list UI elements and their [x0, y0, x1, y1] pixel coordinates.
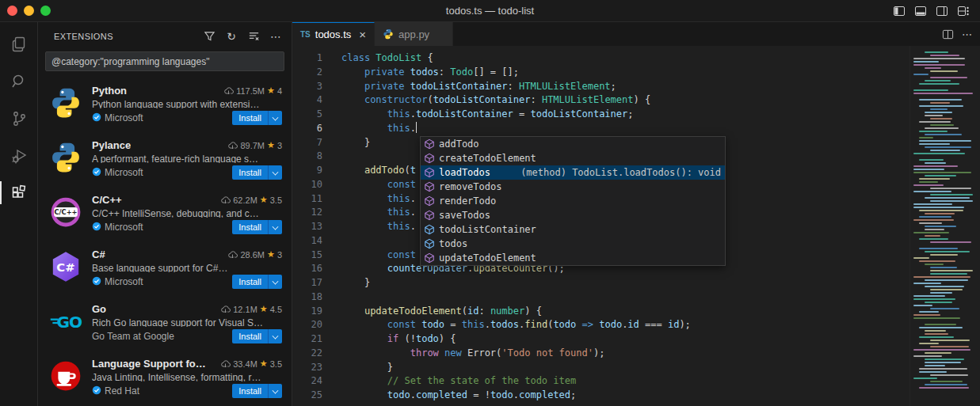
suggest-item-updateTodoElement[interactable]: updateTodoElement — [421, 251, 725, 265]
line-number: 3 — [292, 80, 322, 94]
code-line[interactable]: 19 updateTodoElement(id: number) { — [292, 305, 980, 319]
install-dropdown-button[interactable] — [268, 111, 282, 125]
code-line[interactable]: 6 this. — [292, 122, 980, 136]
toggle-panel-icon[interactable] — [913, 4, 928, 18]
download-count: 12.1M — [233, 305, 257, 314]
customize-layout-icon[interactable] — [956, 4, 970, 18]
extension-list-item[interactable]: C/C++C/C++62.2M★3.5C/C++ IntelliSense, d… — [38, 187, 292, 241]
tab-app-py[interactable]: app.py × — [375, 22, 453, 46]
minimap-line — [913, 191, 951, 192]
code-line[interactable]: 21 if (!todo) { — [292, 332, 980, 347]
code-line[interactable]: 18 — [292, 290, 980, 305]
install-button[interactable]: Install — [232, 275, 268, 289]
close-tab-icon[interactable]: × — [359, 28, 366, 40]
clear-extension-search-icon[interactable] — [246, 28, 261, 44]
star-icon: ★ — [260, 304, 268, 314]
extension-list-item[interactable]: GOGo12.1M★4.5Rich Go language support fo… — [38, 296, 292, 351]
code-line[interactable]: 24 // Set the state of the todo item — [292, 374, 980, 389]
install-button[interactable]: Install — [232, 165, 268, 180]
minimap-line — [925, 115, 943, 116]
install-button[interactable]: Install — [232, 111, 268, 125]
minimap-line — [913, 165, 958, 167]
minimap[interactable] — [909, 46, 980, 406]
code-line[interactable]: 17 } — [292, 276, 980, 290]
minimap-line — [925, 352, 951, 354]
minimap-line — [913, 169, 944, 170]
activity-explorer-icon[interactable] — [0, 25, 37, 63]
suggest-item-todoListContainer[interactable]: todoListContainer — [421, 222, 725, 237]
more-actions-icon[interactable]: ⋯ — [268, 28, 284, 44]
activity-search-icon[interactable] — [0, 63, 37, 100]
suggest-item-removeTodos[interactable]: removeTodos — [421, 180, 725, 194]
filter-icon[interactable] — [201, 28, 217, 44]
typescript-file-icon: TS — [300, 30, 311, 39]
minimap-line — [930, 267, 957, 268]
code-line[interactable]: 22 throw new Error('Todo not found'); — [292, 347, 980, 361]
suggest-label: updateTodoElement — [439, 252, 536, 264]
activity-source-control-icon[interactable] — [0, 100, 37, 137]
suggest-label: createTodoElement — [439, 153, 536, 164]
suggest-item-renderTodo[interactable]: renderTodo — [421, 194, 725, 208]
minimize-window-button[interactable] — [24, 6, 34, 16]
tab-todos-ts[interactable]: TS todos.ts × — [292, 22, 375, 46]
rating-value: 4 — [277, 86, 282, 96]
install-button[interactable]: Install — [232, 220, 268, 234]
minimap-line — [925, 112, 952, 113]
line-number: 20 — [292, 318, 322, 332]
minimap-line — [925, 286, 964, 287]
code-line[interactable]: 5 this.todoListContainer = todoListConta… — [292, 108, 980, 122]
minimap-line — [925, 127, 959, 129]
extensions-search-input[interactable] — [45, 51, 284, 71]
extension-list-item[interactable]: Python117.5M★4Python language support wi… — [38, 78, 292, 132]
python-extension-icon — [49, 86, 82, 120]
toggle-primary-sidebar-icon[interactable] — [892, 4, 906, 18]
suggest-item-saveTodos[interactable]: saveTodos — [421, 208, 725, 222]
minimap-line — [925, 175, 956, 176]
go-extension-icon: GO — [49, 305, 82, 338]
install-button[interactable]: Install — [232, 329, 268, 343]
tab-label: todos.ts — [315, 28, 352, 40]
refresh-icon[interactable]: ↻ — [223, 28, 239, 44]
vscode-window: todos.ts — todo-list — [0, 0, 980, 406]
publisher-name: Microsoft — [105, 276, 143, 287]
code-line[interactable]: 23 } — [292, 361, 980, 375]
svg-text:C#: C# — [56, 260, 74, 275]
install-dropdown-button[interactable] — [268, 275, 282, 289]
extension-list-item[interactable]: C#C#28.6M★3Base language support for C#…… — [38, 241, 292, 296]
minimap-line — [913, 355, 942, 357]
close-window-button[interactable] — [7, 6, 17, 16]
suggest-item-todos[interactable]: todos — [421, 237, 725, 251]
zoom-window-button[interactable] — [40, 6, 51, 16]
install-dropdown-button[interactable] — [268, 165, 282, 180]
code-line[interactable]: 3 private todoListContainer: HTMLUListEl… — [292, 80, 980, 94]
suggest-item-addTodo[interactable]: addTodo — [421, 137, 725, 151]
activity-extensions-icon[interactable] — [0, 174, 37, 211]
install-dropdown-button[interactable] — [268, 329, 282, 343]
minimap-line — [925, 324, 956, 325]
suggest-item-loadTodos[interactable]: loadTodos(method) TodoList.loadTodos(): … — [421, 165, 725, 180]
extension-list-item[interactable]: Pylance89.7M★3A performant, feature-rich… — [38, 132, 292, 187]
minimap-line — [919, 311, 939, 313]
toggle-secondary-sidebar-icon[interactable] — [935, 4, 949, 18]
download-icon — [227, 140, 238, 150]
install-dropdown-button[interactable] — [268, 384, 282, 398]
method-icon — [423, 138, 436, 150]
code-line[interactable]: 25 todo.completed = !todo.completed; — [292, 389, 980, 403]
install-button[interactable]: Install — [232, 384, 268, 398]
editor-more-actions-icon[interactable]: ⋯ — [962, 28, 972, 40]
code-line[interactable]: 1class TodoList { — [292, 51, 980, 66]
minimap-line — [930, 340, 970, 341]
code-line[interactable]: 4 constructor(todoListContainer: HTMLULi… — [292, 93, 980, 108]
install-dropdown-button[interactable] — [268, 220, 282, 234]
minimap-line — [925, 302, 952, 303]
minimap-line — [925, 251, 970, 252]
line-number: 23 — [292, 361, 322, 375]
rating-value: 4.5 — [270, 305, 282, 314]
code-line[interactable]: 2 private todos: Todo[] = []; — [292, 66, 980, 80]
activity-run-debug-icon[interactable] — [0, 137, 37, 174]
download-icon — [220, 195, 231, 205]
split-editor-icon[interactable] — [942, 28, 954, 40]
extension-list-item[interactable]: Language Support fo…33.4M★3.5Java Lintin… — [38, 351, 292, 405]
suggest-item-createTodoElement[interactable]: createTodoElement — [421, 151, 725, 165]
code-line[interactable]: 20 const todo = this.todos.find(todo => … — [292, 318, 980, 332]
